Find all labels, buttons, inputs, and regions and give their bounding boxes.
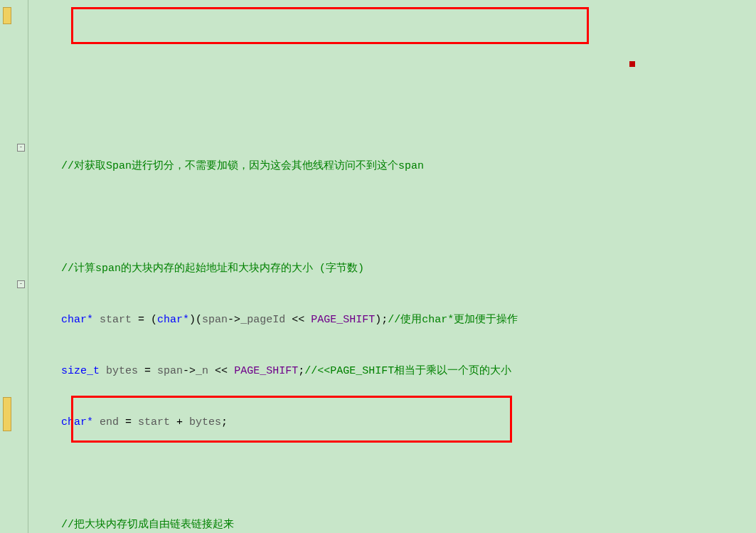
identifier-token: span — [157, 365, 183, 377]
code-line: size_t bytes = span->_n << PAGE_SHIFT;//… — [36, 363, 756, 380]
identifier-token: span — [202, 314, 228, 326]
code-line — [36, 107, 756, 124]
comment-text: //使用char*更加便于操作 — [388, 314, 518, 326]
change-marker-icon — [629, 61, 635, 67]
gutter-marker — [3, 397, 11, 431]
code-line: char* start = (char*)(span->_pageId << P… — [36, 312, 756, 329]
code-line: //计算span的大块内存的起始地址和大块内存的大小 (字节数) — [36, 260, 756, 278]
member-token: _pageId — [240, 314, 285, 326]
type-token: size_t — [61, 365, 100, 377]
editor-gutter: - - — [0, 0, 28, 533]
macro-token: PAGE_SHIFT — [234, 365, 298, 377]
identifier-token: start — [138, 416, 170, 428]
code-line: //把大块内存切成自由链表链接起来 — [36, 517, 756, 533]
identifier-token: end — [100, 416, 119, 428]
identifier-token: bytes — [189, 416, 221, 428]
member-token: _n — [196, 365, 208, 377]
fold-toggle-icon[interactable]: - — [17, 280, 25, 288]
comment-text: //<<PAGE_SHIFT相当于乘以一个页的大小 — [304, 365, 511, 377]
type-token: char* — [157, 314, 189, 326]
type-token: char* — [61, 314, 93, 326]
code-editor-area[interactable]: //对获取Span进行切分，不需要加锁，因为这会其他线程访问不到这个span /… — [28, 0, 756, 533]
comment-text: //计算span的大块内存的起始地址和大块内存的大小 (字节数) — [61, 263, 364, 275]
gutter-marker — [3, 7, 11, 24]
comment-text: //对获取Span进行切分，不需要加锁，因为这会其他线程访问不到这个span — [61, 160, 424, 172]
code-line: char* end = start + bytes; — [36, 414, 756, 431]
identifier-token: bytes — [106, 365, 138, 377]
macro-token: PAGE_SHIFT — [311, 314, 375, 326]
comment-text: //把大块内存切成自由链表链接起来 — [61, 519, 234, 531]
code-line: //对获取Span进行切分，不需要加锁，因为这会其他线程访问不到这个span — [36, 158, 756, 175]
identifier-token: start — [100, 314, 132, 326]
fold-toggle-icon[interactable]: - — [17, 144, 25, 152]
code-line — [36, 465, 756, 482]
type-token: char* — [61, 416, 93, 428]
code-line — [36, 209, 756, 226]
annotation-highlight-box — [71, 7, 589, 44]
